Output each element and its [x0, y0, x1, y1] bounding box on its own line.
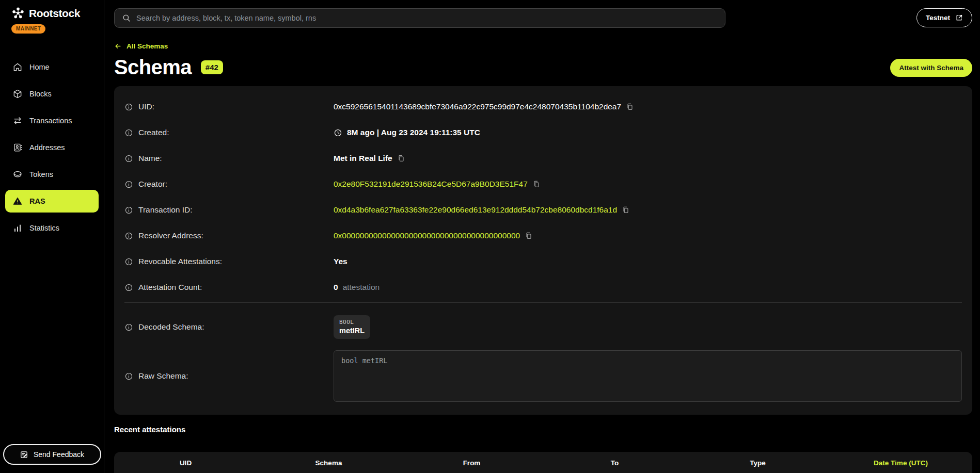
resolver-address-link[interactable]: 0x00000000000000000000000000000000000000… [334, 231, 520, 240]
sidebar-item-label: Statistics [29, 224, 59, 232]
name-value: Met in Real Life [334, 154, 392, 163]
info-icon [124, 128, 133, 137]
detail-row-revocable: Revocable Attestations: Yes [124, 249, 962, 274]
detail-row-creator: Creator: 0x2e80F532191de291536B24Ce5D67a… [124, 171, 962, 197]
info-icon [124, 206, 133, 215]
schema-number-badge: #42 [201, 60, 223, 74]
network-switch-label: Testnet [926, 14, 950, 22]
breadcrumb[interactable]: All Schemas [114, 42, 168, 50]
detail-row-decoded-schema: Decoded Schema: BOOL metIRL [124, 310, 962, 344]
external-link-icon [955, 14, 963, 22]
attestations-table-header: UID Schema From To Type Date Time (UTC) [114, 459, 972, 467]
sidebar-nav: Home Blocks Transactions Addresses [0, 56, 104, 239]
transactions-icon [12, 116, 23, 126]
column-header-type: Type [686, 459, 829, 467]
column-header-datetime[interactable]: Date Time (UTC) [829, 459, 972, 467]
sidebar-item-label: Tokens [29, 170, 53, 178]
network-switch-button[interactable]: Testnet [916, 8, 972, 27]
sidebar-spacer [0, 239, 104, 444]
raw-schema-textarea[interactable]: bool metIRL [334, 350, 962, 402]
detail-label: Name: [138, 154, 162, 163]
sidebar-item-statistics[interactable]: Statistics [0, 217, 104, 239]
detail-row-name: Name: Met in Real Life [124, 145, 962, 171]
search-bar[interactable] [114, 8, 725, 28]
sidebar-item-label: Transactions [29, 117, 72, 125]
blocks-icon [12, 89, 23, 99]
column-header-schema: Schema [257, 459, 400, 467]
sidebar-item-transactions[interactable]: Transactions [0, 109, 104, 132]
card-divider [124, 302, 962, 303]
search-input[interactable] [136, 14, 718, 22]
detail-row-created: Created: 8M ago | Aug 23 2024 19:11:35 U… [124, 120, 962, 145]
recent-attestations-heading: Recent attestations [114, 425, 972, 434]
home-icon [12, 62, 23, 72]
detail-label: Revocable Attestations: [138, 257, 222, 266]
sidebar-item-ras[interactable]: RAS [5, 190, 99, 213]
ras-icon [12, 196, 23, 206]
feedback-edit-icon [20, 450, 28, 459]
decoded-schema-field: BOOL metIRL [334, 315, 370, 339]
sidebar: Rootstock MAINNET Home Blocks Transactio… [0, 0, 104, 473]
detail-row-attestation-count: Attestation Count: 0 attestation [124, 274, 962, 300]
attest-with-schema-button[interactable]: Attest with Schema [890, 59, 972, 77]
send-feedback-button[interactable]: Send Feedback [3, 444, 101, 465]
sidebar-item-tokens[interactable]: Tokens [0, 163, 104, 186]
revocable-value: Yes [334, 257, 347, 266]
sidebar-item-blocks[interactable]: Blocks [0, 83, 104, 105]
back-arrow-icon [114, 42, 122, 50]
attestations-table: UID Schema From To Type Date Time (UTC) [114, 452, 972, 473]
tokens-icon [12, 169, 23, 180]
info-icon [124, 372, 133, 381]
detail-label: Created: [138, 128, 169, 137]
sidebar-item-label: Addresses [29, 143, 65, 152]
copy-icon[interactable] [622, 206, 630, 214]
sidebar-item-label: Home [29, 63, 50, 71]
column-header-to: To [543, 459, 686, 467]
detail-label: Raw Schema: [138, 371, 188, 381]
created-value: 8M ago | Aug 23 2024 19:11:35 UTC [347, 128, 480, 137]
detail-label: Attestation Count: [138, 283, 202, 292]
creator-address-link[interactable]: 0x2e80F532191de291536B24Ce5D67a9B0D3E51F… [334, 180, 528, 189]
sidebar-item-label: RAS [29, 197, 45, 205]
addresses-icon [12, 142, 23, 153]
send-feedback-label: Send Feedback [34, 450, 84, 459]
detail-label: Transaction ID: [138, 205, 193, 215]
title-row: Schema #42 Attest with Schema [114, 56, 972, 78]
top-bar: Testnet [114, 8, 972, 28]
sidebar-item-home[interactable]: Home [0, 56, 104, 78]
info-icon [124, 154, 133, 163]
network-badge: MAINNET [11, 24, 45, 34]
detail-label: Decoded Schema: [138, 322, 204, 332]
detail-row-resolver-address: Resolver Address: 0x00000000000000000000… [124, 223, 962, 249]
attestation-count-link[interactable]: attestation [343, 283, 380, 292]
field-name: metIRL [339, 327, 365, 335]
attestation-count-value: 0 [334, 283, 338, 292]
copy-icon[interactable] [525, 232, 533, 240]
transaction-id-link[interactable]: 0xd4a3b6fea627fa63363fe22e90d66ed613e912… [334, 205, 617, 215]
detail-label: UID: [138, 102, 154, 111]
detail-row-raw-schema: Raw Schema: bool metIRL [124, 350, 962, 402]
sidebar-item-label: Blocks [29, 90, 52, 98]
copy-icon[interactable] [626, 103, 634, 111]
main-content: Testnet All Schemas Schema #42 Attest wi… [104, 0, 980, 473]
info-icon [124, 323, 133, 332]
schema-details-card: UID: 0xc59265615401143689cbfe73046a922c9… [114, 86, 972, 415]
detail-label: Resolver Address: [138, 231, 203, 240]
info-icon [124, 283, 133, 292]
brand-logo[interactable]: Rootstock [0, 6, 104, 21]
rootstock-logo-icon [11, 6, 25, 21]
statistics-icon [12, 223, 23, 233]
copy-icon[interactable] [532, 180, 541, 188]
column-header-uid: UID [114, 459, 257, 467]
column-header-from: From [400, 459, 543, 467]
clock-icon [334, 128, 342, 137]
field-type: BOOL [339, 319, 365, 325]
info-icon [124, 257, 133, 266]
uid-value: 0xc59265615401143689cbfe73046a922c975c99… [334, 102, 621, 111]
sidebar-item-addresses[interactable]: Addresses [0, 136, 104, 159]
detail-row-uid: UID: 0xc59265615401143689cbfe73046a922c9… [124, 94, 962, 120]
detail-label: Creator: [138, 180, 167, 189]
copy-icon[interactable] [397, 154, 405, 162]
info-icon [124, 180, 133, 189]
breadcrumb-label: All Schemas [127, 42, 168, 50]
